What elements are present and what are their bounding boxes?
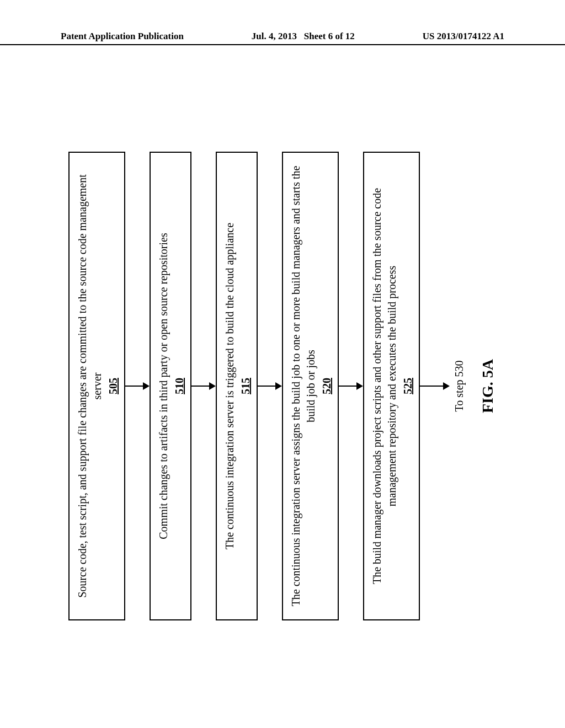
step-text: The continuous integration server assign… (290, 166, 317, 607)
step-box: The continuous integration server assign… (282, 152, 339, 620)
step-text: The continuous integration server is tri… (223, 223, 236, 549)
page-header: Patent Application Publication Jul. 4, 2… (0, 31, 565, 45)
arrow-down-icon (191, 386, 216, 387)
step-box: Commit changes to artifacts in third par… (150, 152, 191, 620)
arrow-down-icon (125, 386, 150, 387)
step-number: 515 (238, 160, 253, 612)
arrow-down-icon (420, 386, 450, 387)
figure-area: Source code, test script, and support fi… (62, 94, 503, 678)
arrow-down-icon (258, 386, 282, 387)
step-text: The build manager downloads project scri… (371, 188, 398, 584)
figure-label: FIG. 5A (479, 359, 497, 413)
step-number: 510 (172, 160, 187, 612)
header-left: Patent Application Publication (61, 31, 184, 42)
step-box: The build manager downloads project scri… (363, 152, 420, 620)
step-box: The continuous integration server is tri… (216, 152, 258, 620)
step-number: 525 (401, 160, 415, 612)
step-text: Source code, test script, and support fi… (76, 174, 103, 598)
arrow-down-icon (339, 386, 363, 387)
continuation-label: To step 530 (453, 360, 466, 411)
step-text: Commit changes to artifacts in third par… (157, 233, 169, 539)
step-number: 520 (319, 160, 334, 612)
step-box: Source code, test script, and support fi… (68, 152, 125, 620)
header-sheet: Sheet 6 of 12 (304, 31, 355, 41)
flowchart: Source code, test script, and support fi… (68, 94, 497, 678)
header-center: Jul. 4, 2013 Sheet 6 of 12 (252, 31, 355, 42)
header-right: US 2013/0174122 A1 (423, 31, 504, 42)
header-date: Jul. 4, 2013 (252, 31, 297, 41)
step-number: 505 (106, 160, 121, 612)
